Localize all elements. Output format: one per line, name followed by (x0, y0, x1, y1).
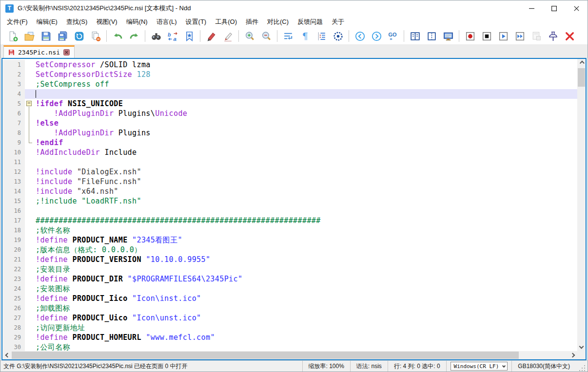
code-line-3[interactable]: 3;SetCompress off (2, 79, 577, 89)
clear-highlight-icon[interactable] (219, 29, 236, 43)
redo-icon[interactable] (126, 29, 142, 43)
code-area[interactable]: 1SetCompressor /SOLID lzma2SetCompressor… (2, 59, 577, 351)
scroll-down-button[interactable] (577, 343, 586, 351)
code-line-7[interactable]: 7!else (2, 118, 577, 128)
code-line-30[interactable]: 30;公司名称 (2, 342, 577, 351)
code-line-29[interactable]: 29!define PRODUCT_HOMEURL "www.mefcl.com… (2, 333, 577, 342)
code-line-10[interactable]: 10!AddIncludeDir Include (2, 148, 577, 157)
eol-dropdown[interactable]: Windows(CR LF) (451, 362, 508, 371)
zoom-out-icon[interactable] (258, 29, 274, 43)
vertical-scroll-thumb[interactable] (578, 68, 585, 87)
resize-grip[interactable] (579, 365, 586, 372)
fullscreen-mode-icon[interactable] (440, 29, 456, 43)
fold-margin (25, 157, 34, 167)
macro-save-icon[interactable] (528, 29, 545, 43)
tab-2345pic-nsi[interactable]: 2345Pic.nsi (3, 45, 75, 58)
code-line-14[interactable]: 14!include "x64.nsh" (2, 186, 577, 196)
menu-view[interactable]: 视图(V) (92, 16, 121, 28)
macro-play-icon[interactable] (495, 29, 511, 43)
code-line-20[interactable]: 20;版本信息（格式: 0.0.0.0） (2, 245, 577, 255)
code-line-25[interactable]: 25!define PRODUCT_Iico "Icon\inst.ico" (2, 294, 577, 303)
tab-close-icon[interactable] (63, 49, 70, 56)
line-number: 30 (2, 342, 25, 351)
scroll-left-button[interactable] (2, 351, 11, 359)
vertical-scrollbar[interactable] (577, 59, 586, 351)
code-text: !define PRODUCT_DIR "$PROGRAMFILES64\234… (34, 274, 577, 284)
toolbar-separator (106, 30, 107, 42)
open-file-icon[interactable] (21, 29, 38, 43)
fold-collapse-icon[interactable]: − (26, 101, 32, 106)
nav-back-icon[interactable] (352, 29, 368, 43)
nav-forward-icon[interactable] (368, 29, 385, 43)
find-icon[interactable] (148, 29, 164, 43)
menu-file[interactable]: 文件(F) (2, 16, 32, 28)
horizontal-scroll-thumb[interactable] (12, 352, 519, 359)
code-line-16[interactable]: 16 (2, 206, 577, 216)
menu-feedback[interactable]: 反馈问题 (293, 16, 327, 28)
split-view-icon[interactable] (423, 29, 440, 43)
save-file-icon[interactable] (38, 29, 54, 43)
word-wrap-icon[interactable] (280, 29, 296, 43)
menu-edit[interactable]: 编辑(E) (32, 16, 62, 28)
reload-file-icon[interactable] (71, 29, 87, 43)
code-text: !define PRODUCT_NAME "2345看图王" (34, 235, 577, 245)
code-line-21[interactable]: 21!define PRODUCT_VERSION "10.10.0.9955" (2, 255, 577, 264)
code-line-17[interactable]: 17######################################… (2, 216, 577, 225)
menu-tools[interactable]: 工具(O) (211, 16, 241, 28)
split-window-icon[interactable] (407, 29, 423, 43)
code-line-15[interactable]: 15;!include "LoadRTF.nsh" (2, 196, 577, 206)
maximize-button[interactable] (543, 0, 565, 16)
menu-language[interactable]: 语言(L) (152, 16, 181, 28)
code-line-1[interactable]: 1SetCompressor /SOLID lzma (2, 60, 577, 70)
minimize-button[interactable] (520, 0, 543, 16)
close-file-icon[interactable] (561, 29, 578, 43)
menu-settings[interactable]: 设置(T) (181, 16, 211, 28)
scroll-right-button[interactable] (569, 351, 577, 359)
goto-line-icon[interactable]: GO» (385, 29, 401, 43)
show-paragraph-marks-icon[interactable]: ¶ (296, 29, 313, 43)
macro-play-multiple-icon[interactable] (511, 29, 528, 43)
code-line-13[interactable]: 13!include "FileFunc.nsh" (2, 177, 577, 186)
code-line-28[interactable]: 28;访问更新地址 (2, 323, 577, 333)
code-line-4[interactable]: 4 (2, 89, 577, 99)
code-line-19[interactable]: 19!define PRODUCT_NAME "2345看图王" (2, 235, 577, 245)
code-text: ;公司名称 (34, 342, 577, 351)
bookmark-icon[interactable] (181, 29, 197, 43)
menu-about[interactable]: 关于 (327, 16, 349, 28)
code-line-2[interactable]: 2SetCompressorDictSize 128 (2, 70, 577, 79)
macro-record-icon[interactable] (462, 29, 478, 43)
show-all-characters-icon[interactable] (330, 29, 346, 43)
replace-icon[interactable]: ba (164, 29, 181, 43)
pin-on-top-icon[interactable] (545, 29, 561, 43)
new-file-icon[interactable] (4, 29, 21, 43)
code-line-18[interactable]: 18;软件名称 (2, 225, 577, 235)
close-button[interactable] (565, 0, 588, 16)
menu-plugins[interactable]: 插件 (241, 16, 263, 28)
close-all-files-icon[interactable] (87, 29, 104, 43)
menu-encoding[interactable]: 编码(N) (122, 16, 152, 28)
code-line-27[interactable]: 27!define PRODUCT_Uico "Icon\unst.ico" (2, 313, 577, 323)
zoom-in-icon[interactable] (241, 29, 258, 43)
indent-guides-icon[interactable] (313, 29, 330, 43)
code-line-5[interactable]: 5−!ifdef NSIS_UNICODE (2, 99, 577, 109)
code-line-26[interactable]: 26;卸载图标 (2, 303, 577, 313)
code-line-6[interactable]: 6 !AddPluginDir Plugins\Unicode (2, 109, 577, 118)
scroll-up-button[interactable] (577, 59, 586, 67)
macro-stop-icon[interactable] (478, 29, 495, 43)
code-line-24[interactable]: 24;安装图标 (2, 284, 577, 294)
save-all-icon[interactable] (54, 29, 71, 43)
menu-search[interactable]: 查找(S) (62, 16, 92, 28)
highlight-marker-icon[interactable] (203, 29, 219, 43)
code-text: SetCompressorDictSize 128 (34, 70, 577, 79)
horizontal-scrollbar[interactable] (2, 351, 577, 359)
code-line-12[interactable]: 12!include "DialogEx.nsh" (2, 167, 577, 177)
code-line-22[interactable]: 22;安装目录 (2, 264, 577, 274)
code-line-23[interactable]: 23!define PRODUCT_DIR "$PROGRAMFILES64\2… (2, 274, 577, 284)
code-line-8[interactable]: 8 !AddPluginDir Plugins (2, 128, 577, 138)
code-line-11[interactable]: 11 (2, 157, 577, 167)
fold-margin (25, 79, 34, 89)
code-line-9[interactable]: 9!endif (2, 138, 577, 148)
status-encoding: GB18030(简体中文) (511, 361, 576, 372)
undo-icon[interactable] (109, 29, 126, 43)
menu-compare[interactable]: 对比(C) (263, 16, 293, 28)
